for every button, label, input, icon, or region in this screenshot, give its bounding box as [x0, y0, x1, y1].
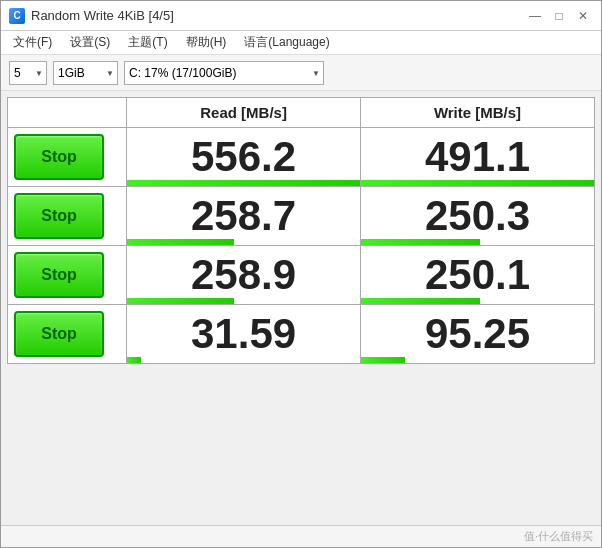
read-value-1: 258.7	[127, 187, 361, 246]
menu-theme[interactable]: 主题(T)	[120, 32, 175, 53]
size-wrapper: 1GiB 512MiB 2GiB 4GiB	[53, 61, 118, 85]
main-content: Read [MB/s] Write [MB/s] Stop556.2491.1S…	[1, 91, 601, 525]
app-icon: C	[9, 8, 25, 24]
stop-cell-3: Stop	[8, 305, 127, 364]
size-select[interactable]: 1GiB 512MiB 2GiB 4GiB	[53, 61, 118, 85]
stop-cell-2: Stop	[8, 246, 127, 305]
write-text-0: 491.1	[425, 133, 530, 180]
stop-button-2[interactable]: Stop	[14, 252, 104, 298]
menu-help[interactable]: 帮助(H)	[178, 32, 235, 53]
drive-select[interactable]: C: 17% (17/100GiB)	[124, 61, 324, 85]
window-title: Random Write 4KiB [4/5]	[31, 8, 174, 23]
table-header-row: Read [MB/s] Write [MB/s]	[8, 98, 595, 128]
menu-bar: 文件(F) 设置(S) 主题(T) 帮助(H) 语言(Language)	[1, 31, 601, 55]
menu-file[interactable]: 文件(F)	[5, 32, 60, 53]
write-value-0: 491.1	[361, 128, 595, 187]
write-value-3: 95.25	[361, 305, 595, 364]
read-value-2: 258.9	[127, 246, 361, 305]
read-text-0: 556.2	[191, 133, 296, 180]
write-text-1: 250.3	[425, 192, 530, 239]
table-row: Stop31.5995.25	[8, 305, 595, 364]
read-value-3: 31.59	[127, 305, 361, 364]
stop-button-1[interactable]: Stop	[14, 193, 104, 239]
read-text-3: 31.59	[191, 310, 296, 357]
results-table: Read [MB/s] Write [MB/s] Stop556.2491.1S…	[7, 97, 595, 364]
table-row: Stop258.7250.3	[8, 187, 595, 246]
stop-button-3[interactable]: Stop	[14, 311, 104, 357]
col-header-write: Write [MB/s]	[361, 98, 595, 128]
status-bar: 值·什么值得买	[1, 525, 601, 547]
col-header-stop	[8, 98, 127, 128]
maximize-button[interactable]: □	[549, 6, 569, 26]
table-row: Stop556.2491.1	[8, 128, 595, 187]
stop-button-0[interactable]: Stop	[14, 134, 104, 180]
title-bar: C Random Write 4KiB [4/5] — □ ✕	[1, 1, 601, 31]
read-text-1: 258.7	[191, 192, 296, 239]
table-row: Stop258.9250.1	[8, 246, 595, 305]
toolbar: 5 1 2 4 8 16 32 1GiB 512MiB 2GiB 4GiB C:…	[1, 55, 601, 91]
queue-depth-wrapper: 5 1 2 4 8 16 32	[9, 61, 47, 85]
read-value-0: 556.2	[127, 128, 361, 187]
minimize-button[interactable]: —	[525, 6, 545, 26]
read-text-2: 258.9	[191, 251, 296, 298]
stop-cell-1: Stop	[8, 187, 127, 246]
watermark: 值·什么值得买	[524, 529, 593, 544]
write-text-3: 95.25	[425, 310, 530, 357]
queue-depth-select[interactable]: 5 1 2 4 8 16 32	[9, 61, 47, 85]
menu-settings[interactable]: 设置(S)	[62, 32, 118, 53]
app-window: C Random Write 4KiB [4/5] — □ ✕ 文件(F) 设置…	[0, 0, 602, 548]
col-header-read: Read [MB/s]	[127, 98, 361, 128]
stop-cell-0: Stop	[8, 128, 127, 187]
write-value-2: 250.1	[361, 246, 595, 305]
menu-language[interactable]: 语言(Language)	[236, 32, 337, 53]
write-value-1: 250.3	[361, 187, 595, 246]
window-controls: — □ ✕	[525, 6, 593, 26]
title-left: C Random Write 4KiB [4/5]	[9, 8, 174, 24]
close-button[interactable]: ✕	[573, 6, 593, 26]
drive-wrapper: C: 17% (17/100GiB)	[124, 61, 324, 85]
write-text-2: 250.1	[425, 251, 530, 298]
